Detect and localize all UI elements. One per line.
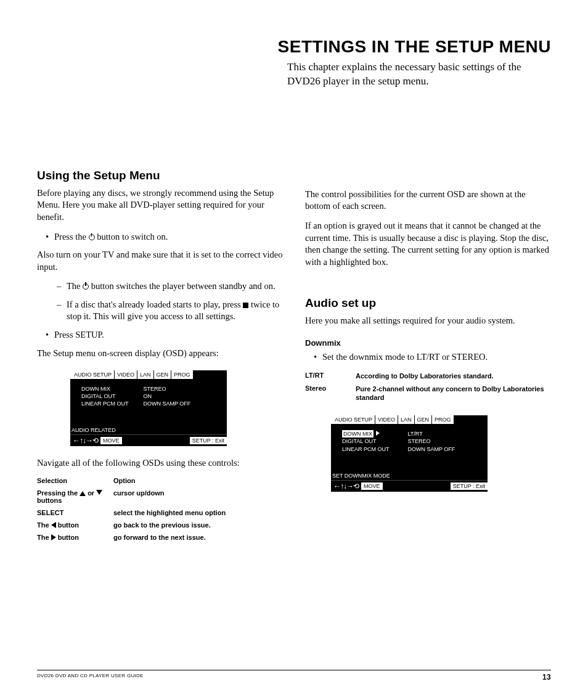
down-arrow-icon	[96, 490, 102, 495]
table-header: Option	[113, 477, 283, 484]
osd-row: ON	[144, 393, 191, 400]
body-text: The Setup menu on-screen display (OSD) a…	[37, 348, 283, 360]
osd-tab: PROG	[432, 415, 454, 424]
page-footer: DVD26 DVD AND CD PLAYER USER GUIDE 13	[37, 670, 551, 682]
table-cell: The button	[37, 521, 113, 529]
up-arrow-icon	[80, 491, 86, 496]
osd-row: LINEAR PCM OUT	[342, 446, 390, 453]
table-cell: cursor up/down	[113, 489, 283, 504]
table-cell: select the highlighted menu option	[113, 509, 283, 516]
osd-row: DOWN MIX	[342, 430, 390, 437]
osd-status: AUDIO RELATED	[70, 426, 227, 434]
table-header: Selection	[37, 477, 113, 484]
table-cell: LT/RT	[305, 372, 356, 380]
power-icon	[89, 234, 95, 240]
body-text: Also turn on your TV and make sure that …	[37, 249, 283, 273]
body-text: The control possibilities for the curren…	[305, 189, 551, 213]
audio-setup-heading: Audio set up	[305, 296, 551, 310]
list-item: Set the downmix mode to LT/RT or STEREO.	[305, 351, 551, 364]
osd-row: LINEAR PCM OUT	[81, 400, 129, 407]
body-text: If an option is grayed out it means that…	[305, 220, 551, 268]
osd-row: STEREO	[144, 385, 191, 393]
list-item: The button switches the player between s…	[37, 280, 283, 293]
power-icon	[83, 283, 89, 290]
table-cell: Pressing the or buttons	[37, 489, 113, 504]
right-column: The control possibilities for the curren…	[305, 169, 551, 546]
right-arrow-icon	[51, 534, 56, 540]
osd-row: STEREO	[408, 437, 455, 445]
osd-row: DOWN MIX	[81, 385, 129, 393]
osd-tab: AUDIO SETUP	[331, 415, 375, 424]
body-text: Before playing any discs, we strongly re…	[37, 187, 283, 224]
left-arrow-icon	[51, 522, 56, 528]
downmix-table: LT/RT According to Dolby Laboratories st…	[305, 372, 551, 402]
osd-move-label: MOVE	[100, 437, 122, 444]
table-cell: The button	[37, 534, 113, 541]
osd-tab: AUDIO SETUP	[70, 370, 114, 379]
osd-row: LT/RT	[408, 430, 455, 437]
using-setup-menu-heading: Using the Setup Menu	[37, 169, 283, 182]
table-cell: SELECT	[37, 509, 113, 516]
osd-tab: VIDEO	[115, 370, 137, 379]
page-number: 13	[542, 673, 551, 682]
osd-tab: LAN	[398, 415, 414, 424]
osd-exit-label: SETUP : Exit	[451, 482, 488, 490]
table-cell: go forward to the next issue.	[113, 534, 283, 541]
list-item: Press the button to switch on.	[37, 231, 283, 243]
osd-tab: GEN	[415, 415, 432, 424]
osd-status: SET DOWNMIX MODE	[331, 471, 488, 480]
footer-guide-label: DVD26 DVD AND CD PLAYER USER GUIDE	[37, 673, 144, 682]
osd-screenshot-2: AUDIO SETUP VIDEO LAN GEN PROG DOWN MIX …	[331, 415, 488, 491]
osd-exit-label: SETUP : Exit	[190, 437, 227, 444]
body-text: Navigate all of the following OSDs using…	[37, 457, 283, 470]
table-cell: Stereo	[305, 385, 356, 402]
osd-tab: LAN	[137, 370, 153, 379]
downmix-heading: Downmix	[305, 338, 551, 348]
osd-tab: PROG	[171, 370, 193, 379]
right-arrow-icon	[376, 431, 380, 436]
list-item: Press SETUP.	[37, 329, 283, 341]
osd-tab: GEN	[154, 370, 171, 379]
left-column: Using the Setup Menu Before playing any …	[37, 169, 283, 546]
arrow-icons: ←↑↓→⟲	[331, 481, 361, 492]
osd-row: DOWN SAMP OFF	[144, 400, 191, 407]
body-text: Here you make all settings required for …	[305, 315, 551, 327]
arrow-icons: ←↑↓→⟲	[70, 435, 100, 446]
table-cell: Pure 2-channel without any concern to Do…	[356, 385, 551, 402]
osd-screenshot-1: AUDIO SETUP VIDEO LAN GEN PROG DOWN MIX …	[70, 370, 227, 446]
osd-row: DIGITAL OUT	[342, 437, 390, 445]
osd-row: DIGITAL OUT	[81, 393, 129, 400]
stop-icon	[243, 303, 248, 308]
page-intro: This chapter explains the necessary basi…	[287, 60, 551, 89]
page-title: SETTINGS IN THE SETUP MENU	[37, 37, 551, 57]
controls-table: Selection Option Pressing the or buttons…	[37, 477, 283, 541]
osd-row: DOWN SAMP OFF	[408, 446, 455, 453]
table-cell: According to Dolby Laboratories standard…	[356, 372, 551, 380]
osd-move-label: MOVE	[361, 482, 383, 490]
list-item: If a disc that's already loaded starts t…	[37, 299, 283, 323]
osd-tab: VIDEO	[375, 415, 398, 424]
table-cell: go back to the previous issue.	[113, 521, 283, 529]
